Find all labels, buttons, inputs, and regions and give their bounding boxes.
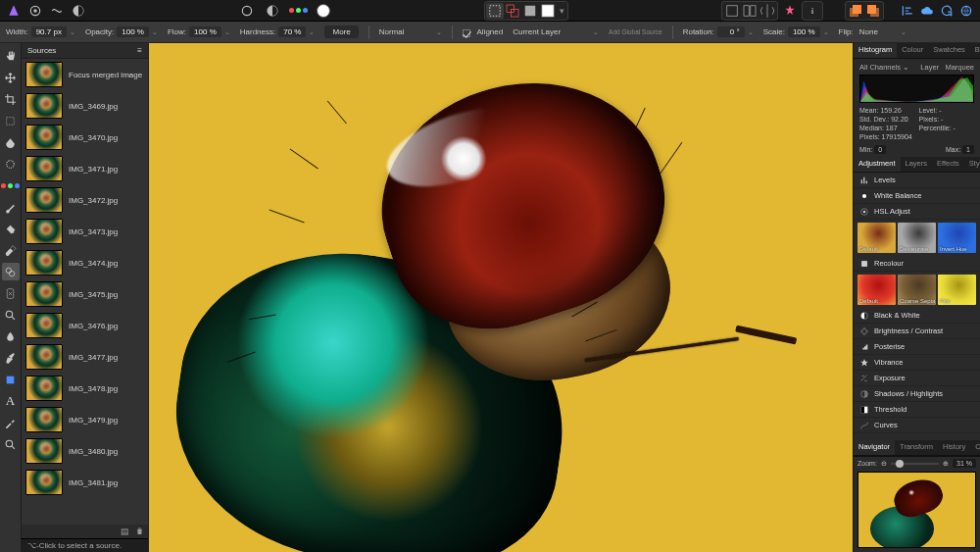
shape-tool-icon[interactable]	[2, 371, 20, 388]
navigator-thumbnail[interactable]	[858, 472, 976, 548]
hist-max-field[interactable]: 1	[962, 145, 974, 154]
list-mode-icon[interactable]: ▤	[121, 527, 129, 536]
erase-tool-icon[interactable]	[2, 241, 20, 259]
move-front-icon[interactable]	[864, 3, 882, 19]
add-global-source-button[interactable]: Add Global Source	[609, 28, 662, 35]
histogram-scope-layer[interactable]: Layer	[920, 63, 939, 72]
adjustment-posterise[interactable]: Posterise	[854, 339, 980, 355]
eyedropper-tool-icon[interactable]	[2, 414, 20, 431]
tab-history[interactable]: History	[938, 440, 970, 455]
split-view-icon[interactable]	[741, 3, 759, 19]
adjustment-white-balance[interactable]: White Balance	[854, 188, 980, 204]
source-item[interactable]: IMG_3472.jpg	[22, 184, 148, 216]
preset-default[interactable]: Default	[858, 223, 896, 253]
app-logo-icon[interactable]	[6, 3, 22, 19]
color-swatch-icon[interactable]	[316, 3, 331, 19]
histogram-channel-select[interactable]: All Channels ⌄	[859, 63, 909, 72]
more-button[interactable]: More	[324, 25, 358, 38]
tab-brushes[interactable]: Brushes	[970, 43, 980, 58]
zoom-slider[interactable]	[891, 463, 939, 465]
mirror-view-icon[interactable]	[759, 3, 776, 19]
half-circle-icon[interactable]	[265, 3, 280, 19]
source-item[interactable]: IMG_3471.jpg	[22, 153, 148, 184]
selection-add-icon[interactable]	[504, 3, 521, 19]
hist-min-field[interactable]: 0	[874, 145, 886, 154]
source-item[interactable]: IMG_3474.jpg	[22, 247, 148, 278]
adjustment-brightness-contrast[interactable]: Brightness / Contrast	[854, 324, 980, 339]
tab-adjustment[interactable]: Adjustment	[854, 157, 901, 172]
rotation-field[interactable]: Rotation:0 °⌄	[683, 26, 754, 37]
preset-default[interactable]: Default	[858, 275, 896, 305]
panel-menu-icon[interactable]: ≡	[137, 46, 142, 55]
info-icon[interactable]: i	[804, 3, 821, 19]
cloud-icon[interactable]	[919, 3, 935, 19]
preset-desaturate[interactable]: Desaturate	[898, 223, 936, 253]
adjustment-curves[interactable]: Curves	[854, 418, 980, 433]
quickmask-icon[interactable]	[539, 3, 557, 19]
selection-tool-icon[interactable]	[2, 112, 20, 129]
tab-histogram[interactable]: Histogram	[854, 43, 897, 58]
zoom-out-button[interactable]: ⊖	[881, 460, 887, 468]
move-back-icon[interactable]	[847, 3, 864, 19]
hand-tool-icon[interactable]	[2, 47, 20, 65]
rgb-circles-icon[interactable]	[290, 3, 306, 19]
sync-icon[interactable]	[939, 3, 955, 19]
adjustment-recolour[interactable]: Recolour	[854, 256, 980, 272]
tab-navigator[interactable]: Navigator	[854, 440, 895, 455]
tab-channels[interactable]: Channels	[970, 440, 980, 455]
adjustment-black-white[interactable]: Black & White	[854, 308, 980, 324]
adjustment-shadows-highlights[interactable]: Shadows / Highlights	[854, 386, 980, 402]
source-item[interactable]: IMG_3480.jpg	[22, 435, 148, 467]
adjustment-exposure[interactable]: Exposure	[854, 371, 980, 386]
aligned-checkbox[interactable]: Aligned	[463, 27, 503, 36]
clone-tool-icon[interactable]	[2, 263, 20, 280]
tab-layers[interactable]: Layers	[901, 157, 933, 172]
persona-liquify-icon[interactable]	[49, 3, 65, 19]
text-tool-icon[interactable]: A	[2, 392, 20, 410]
brush-select-tool-icon[interactable]	[2, 155, 20, 173]
adjustment-levels[interactable]: Levels	[854, 173, 980, 188]
blend-mode-select[interactable]: Normal⌄	[379, 27, 443, 36]
source-item[interactable]: IMG_3476.jpg	[22, 310, 148, 341]
quickmask-chevron-icon[interactable]: ▾	[557, 3, 566, 19]
circle-tool-icon[interactable]	[239, 3, 255, 19]
selection-new-icon[interactable]	[486, 3, 504, 19]
tab-transform[interactable]: Transform	[895, 440, 938, 455]
source-item[interactable]: IMG_3475.jpg	[22, 278, 148, 310]
canvas-viewport[interactable]	[149, 43, 853, 552]
source-item[interactable]: IMG_3470.jpg	[22, 122, 148, 153]
move-tool-icon[interactable]	[2, 69, 20, 86]
scale-field[interactable]: Scale:100 %⌄	[763, 26, 829, 37]
source-item[interactable]: IMG_3477.jpg	[22, 341, 148, 373]
color-picker-tool-icon[interactable]	[2, 176, 20, 194]
document-canvas[interactable]	[149, 43, 853, 552]
source-item[interactable]: IMG_3479.jpg	[22, 404, 148, 435]
zoom-value[interactable]: 31 %	[953, 459, 976, 468]
source-item[interactable]: IMG_3478.jpg	[22, 373, 148, 404]
preset-invert-hue[interactable]: Invert Hue	[938, 223, 976, 253]
heal-tool-icon[interactable]	[2, 284, 20, 302]
assistant-icon[interactable]	[782, 3, 798, 19]
crop-tool-icon[interactable]	[2, 90, 20, 108]
histogram-scope-marquee[interactable]: Marquee	[945, 63, 974, 72]
trash-icon[interactable]	[135, 527, 144, 537]
persona-tone-icon[interactable]	[71, 3, 86, 19]
preset-coarse-sepia[interactable]: Coarse Sepia	[898, 275, 936, 305]
source-item[interactable]: Focus merged image	[22, 59, 148, 90]
flood-select-tool-icon[interactable]	[2, 133, 20, 151]
blur-tool-icon[interactable]	[2, 327, 20, 345]
fill-tool-icon[interactable]	[2, 220, 20, 237]
persona-photo-icon[interactable]	[27, 3, 43, 19]
adjustment-vibrance[interactable]: Vibrance	[854, 355, 980, 371]
layer-scope-select[interactable]: Current Layer⌄	[513, 27, 599, 36]
source-item[interactable]: IMG_3473.jpg	[22, 216, 148, 247]
dodge-tool-icon[interactable]	[2, 306, 20, 324]
tab-effects[interactable]: Effects	[932, 157, 964, 172]
adjustment-hsl-adjust[interactable]: HSL Adjust	[854, 204, 980, 220]
globe-icon[interactable]	[958, 3, 974, 19]
preset-fire[interactable]: Fire	[938, 275, 976, 305]
tab-colour[interactable]: Colour	[897, 43, 928, 58]
opacity-field[interactable]: Opacity:100 %⌄	[85, 26, 158, 37]
selection-subtract-icon[interactable]	[521, 3, 539, 19]
width-field[interactable]: Width:90.7 px⌄	[6, 26, 75, 37]
